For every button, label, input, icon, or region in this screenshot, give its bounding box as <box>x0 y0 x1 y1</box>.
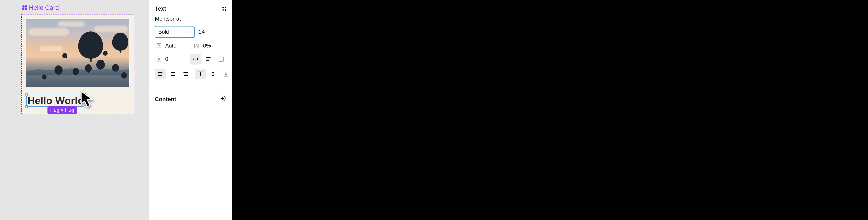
component-icon <box>21 4 29 12</box>
font-size-input[interactable]: 24 <box>199 29 205 35</box>
component-name-label[interactable]: Hello Card <box>22 4 59 11</box>
align-top-button[interactable] <box>195 68 206 79</box>
align-right-button[interactable] <box>180 68 191 79</box>
paragraph-spacing-icon <box>155 55 162 63</box>
auto-width-button[interactable] <box>190 54 201 64</box>
font-weight-value: Bold <box>158 29 169 35</box>
font-family-select[interactable]: Montserrat <box>155 16 226 22</box>
align-center-button[interactable] <box>167 68 178 79</box>
selection-size-tag: Hug × Hug <box>48 106 77 114</box>
text-section-title: Text <box>155 5 166 12</box>
auto-height-button[interactable] <box>203 54 214 64</box>
content-section-title: Content <box>155 96 176 103</box>
text-node-content: Hello World <box>27 95 85 106</box>
resize-handle-bottom-right[interactable] <box>84 105 86 108</box>
align-middle-button[interactable] <box>208 68 219 79</box>
content-section-header[interactable]: Content <box>149 89 232 109</box>
fixed-size-button[interactable] <box>216 54 226 64</box>
svg-rect-0 <box>219 57 223 61</box>
section-drag-handle-icon[interactable] <box>222 6 226 11</box>
resize-handle-top-right[interactable] <box>84 93 86 96</box>
paragraph-spacing-input[interactable]: 0 <box>165 56 168 62</box>
hello-card-frame[interactable]: Hello World <box>21 14 134 114</box>
text-node-hello-world[interactable]: Hello World <box>26 94 85 107</box>
letter-spacing-input[interactable]: 0% <box>203 43 211 49</box>
font-weight-select[interactable]: Bold <box>155 26 195 38</box>
text-section: Text Montserrat Bold 24 Auto <box>149 0 232 89</box>
align-left-button[interactable] <box>155 68 166 79</box>
align-bottom-button[interactable] <box>220 68 231 79</box>
resize-handle-top-left[interactable] <box>25 93 28 96</box>
letter-spacing-icon <box>193 42 200 50</box>
more-options-button[interactable] <box>235 68 242 79</box>
chevron-down-icon <box>187 30 191 34</box>
resize-handle-bottom-left[interactable] <box>25 105 28 108</box>
properties-panel: Text Montserrat Bold 24 Auto <box>149 0 232 220</box>
line-height-icon <box>155 42 162 50</box>
apply-content-icon[interactable] <box>220 95 226 103</box>
design-canvas[interactable]: Hello Card Hello World Hug × Hug <box>0 0 149 220</box>
card-image[interactable] <box>26 19 129 87</box>
component-name-text: Hello Card <box>29 4 59 11</box>
line-height-input[interactable]: Auto <box>165 43 176 49</box>
